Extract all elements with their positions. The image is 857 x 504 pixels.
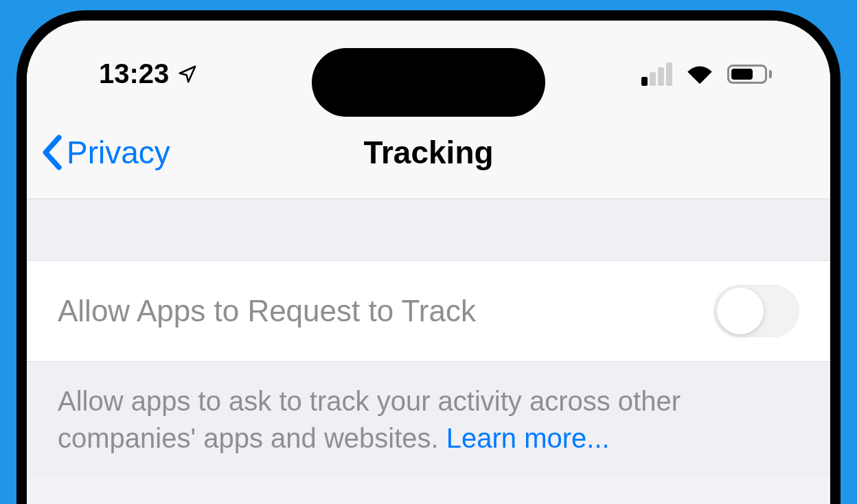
- wifi-icon: [685, 63, 715, 85]
- status-time: 13:23: [99, 58, 169, 89]
- battery-icon: [727, 65, 772, 84]
- back-label: Privacy: [67, 134, 170, 171]
- cellular-icon: [641, 62, 672, 86]
- allow-tracking-label: Allow Apps to Request to Track: [58, 294, 476, 328]
- footer-description: Allow apps to ask to track your activity…: [27, 362, 830, 477]
- location-icon: [177, 64, 198, 84]
- toggle-knob: [717, 288, 764, 334]
- section-spacer: [27, 199, 830, 261]
- learn-more-link[interactable]: Learn more...: [446, 423, 610, 453]
- chevron-left-icon: [39, 135, 64, 170]
- page-title: Tracking: [363, 134, 493, 171]
- dynamic-island: [312, 48, 545, 117]
- phone-frame: 13:23: [16, 10, 841, 504]
- back-button[interactable]: Privacy: [39, 134, 170, 171]
- allow-tracking-toggle[interactable]: [713, 285, 799, 337]
- status-right: [641, 62, 772, 86]
- status-left: 13:23: [99, 58, 198, 89]
- phone-screen: 13:23: [27, 21, 830, 504]
- nav-header: Privacy Tracking: [27, 110, 830, 199]
- allow-tracking-row[interactable]: Allow Apps to Request to Track: [27, 261, 830, 362]
